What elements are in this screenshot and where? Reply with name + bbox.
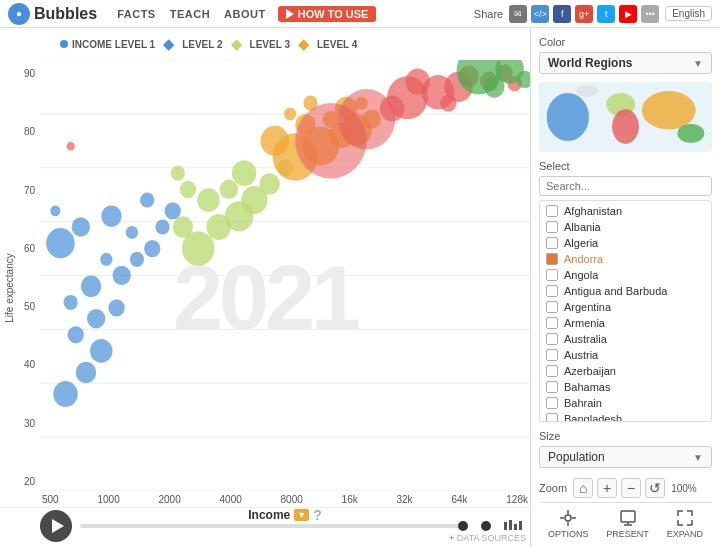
country-checkbox[interactable]	[546, 285, 558, 297]
svg-point-20	[144, 240, 160, 257]
legend-level1: INCOME LEVEL 1	[60, 39, 155, 50]
share-embed-icon[interactable]: </>	[531, 5, 549, 23]
country-list-item[interactable]: Argentina	[540, 299, 711, 315]
chart-area: INCOME LEVEL 1 ◆ LEVEL 2 ◆ LEVEL 3 ◆ LEV…	[0, 28, 530, 547]
y-tick-20: 20	[24, 476, 35, 487]
zoom-out-button[interactable]: −	[621, 478, 641, 498]
country-list-item[interactable]: Bahamas	[540, 379, 711, 395]
country-list-item[interactable]: Austria	[540, 347, 711, 363]
options-icon	[559, 509, 577, 527]
country-list-item[interactable]: Algeria	[540, 235, 711, 251]
svg-point-13	[63, 295, 77, 310]
select-label: Select	[539, 160, 712, 172]
zoom-percentage: 100%	[671, 483, 697, 494]
share-twitter-icon[interactable]: t	[597, 5, 615, 23]
country-list-item[interactable]: Albania	[540, 219, 711, 235]
y-label-text: Life expectancy	[4, 253, 15, 323]
timeline-track[interactable]	[80, 524, 468, 528]
stream-icon-bars[interactable]	[502, 518, 522, 534]
svg-point-23	[126, 226, 138, 239]
svg-point-64	[380, 96, 405, 122]
share-youtube-icon[interactable]: ▶	[619, 5, 637, 23]
zoom-home-button[interactable]: ⌂	[573, 478, 593, 498]
color-dropdown[interactable]: World Regions ▼	[539, 52, 712, 74]
share-googleplus-icon[interactable]: g+	[575, 5, 593, 23]
legend-label-level4: LEVEL 4	[317, 39, 357, 50]
app-logo: ● Bubbles	[8, 3, 97, 25]
svg-point-81	[565, 515, 571, 521]
legend-label-level3: LEVEL 3	[250, 39, 290, 50]
svg-point-49	[284, 107, 296, 120]
language-button[interactable]: English	[665, 6, 712, 21]
country-list-item[interactable]: Angola	[540, 267, 711, 283]
play-icon	[52, 519, 64, 533]
x-axis-ticks: 500 1000 2000 4000 8000 16k 32k 64k 128k	[40, 494, 530, 505]
country-checkbox[interactable]	[546, 301, 558, 313]
size-dropdown[interactable]: Population ▼	[539, 446, 712, 468]
country-list-item[interactable]: Armenia	[540, 315, 711, 331]
country-checkbox[interactable]	[546, 269, 558, 281]
svg-point-22	[72, 217, 90, 236]
x-tick-4000: 4000	[220, 494, 242, 505]
share-more-icon[interactable]: •••	[641, 5, 659, 23]
share-label: Share	[474, 8, 503, 20]
nav-facts[interactable]: FACTS	[117, 8, 156, 20]
nav-about[interactable]: ABOUT	[224, 8, 266, 20]
country-checkbox[interactable]	[546, 333, 558, 345]
present-button[interactable]: PRESENT	[606, 509, 649, 539]
country-checkbox[interactable]	[546, 221, 558, 233]
how-to-label: HOW TO USE	[298, 8, 369, 20]
x-tick-2000: 2000	[159, 494, 181, 505]
size-label: Size	[539, 430, 712, 442]
share-facebook-icon[interactable]: f	[553, 5, 571, 23]
country-checkbox[interactable]	[546, 205, 558, 217]
country-list-item[interactable]: Australia	[540, 331, 711, 347]
x-tick-32k: 32k	[397, 494, 413, 505]
country-list-item[interactable]: Andorra	[540, 251, 711, 267]
legend-row: INCOME LEVEL 1 ◆ LEVEL 2 ◆ LEVEL 3 ◆ LEV…	[60, 36, 526, 52]
legend-label-level2: LEVEL 2	[182, 39, 222, 50]
svg-point-78	[642, 91, 696, 129]
svg-point-44	[261, 126, 290, 156]
how-to-button[interactable]: HOW TO USE	[278, 6, 377, 22]
svg-point-10	[76, 362, 96, 384]
country-checkbox[interactable]	[546, 349, 558, 361]
country-checkbox[interactable]	[546, 397, 558, 409]
zoom-reset-button[interactable]: ↺	[645, 478, 665, 498]
stream-icon-dot[interactable]	[476, 518, 496, 534]
country-checkbox[interactable]	[546, 381, 558, 393]
share-email-icon[interactable]: ✉	[509, 5, 527, 23]
zoom-in-button[interactable]: +	[597, 478, 617, 498]
chart-svg-container[interactable]	[40, 60, 530, 491]
timeline-cursor[interactable]	[458, 521, 468, 531]
size-value: Population	[548, 450, 605, 464]
nav-teach[interactable]: TEACH	[170, 8, 210, 20]
country-list-item[interactable]: Antigua and Barbuda	[540, 283, 711, 299]
country-checkbox[interactable]	[546, 317, 558, 329]
country-checkbox[interactable]	[546, 365, 558, 377]
size-chevron-icon: ▼	[693, 452, 703, 463]
svg-point-77	[612, 109, 639, 144]
country-checkbox[interactable]	[546, 413, 558, 422]
country-list-item[interactable]: Azerbaijan	[540, 363, 711, 379]
options-label: OPTIONS	[548, 529, 589, 539]
expand-button[interactable]: EXPAND	[667, 509, 703, 539]
bubble-chart-svg[interactable]	[40, 60, 530, 491]
options-button[interactable]: OPTIONS	[548, 509, 589, 539]
right-panel: Color World Regions ▼	[530, 28, 720, 547]
country-checkbox[interactable]	[546, 253, 558, 265]
country-checkbox[interactable]	[546, 237, 558, 249]
select-section: Select	[539, 160, 712, 196]
svg-point-32	[173, 216, 193, 238]
country-list-item[interactable]: Bangladesh	[540, 411, 711, 422]
legend-level3: LEVEL 3	[250, 39, 290, 50]
svg-point-29	[67, 142, 75, 151]
country-search-input[interactable]	[539, 176, 712, 196]
country-list-item[interactable]: Bahrain	[540, 395, 711, 411]
svg-point-17	[112, 266, 130, 285]
country-list[interactable]: AfghanistanAlbaniaAlgeriaAndorraAngolaAn…	[539, 200, 712, 422]
play-button[interactable]	[40, 510, 72, 542]
country-list-item[interactable]: Afghanistan	[540, 203, 711, 219]
expand-label: EXPAND	[667, 529, 703, 539]
expand-icon	[676, 509, 694, 527]
